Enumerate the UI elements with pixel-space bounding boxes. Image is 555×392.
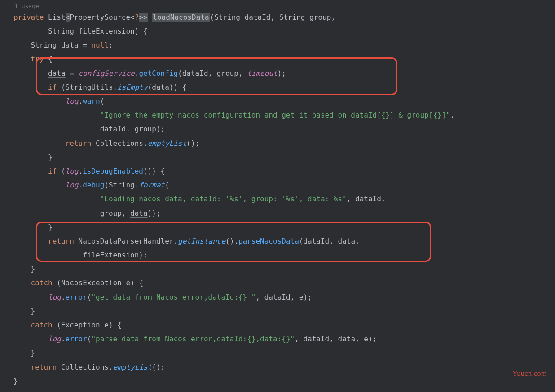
code-line: return Collections.emptyList(); <box>0 136 555 150</box>
code-line: } <box>0 262 555 276</box>
code-line: } <box>0 374 555 388</box>
type-propertysource: PropertySource <box>70 13 130 22</box>
code-line: log.error("get data from Nacos error,dat… <box>0 290 555 304</box>
code-line: log.error("parse data from Nacos error,d… <box>0 332 555 346</box>
code-line: catch (Exception e) { <box>0 318 555 332</box>
code-line: } <box>0 220 555 234</box>
code-line: String fileExtension) { <box>0 24 555 38</box>
code-line: fileExtension); <box>0 248 555 262</box>
code-line: if (log.isDebugEnabled()) { <box>0 164 555 178</box>
call-format: format <box>139 181 165 189</box>
usage-hint[interactable]: 1 usage <box>0 3 555 10</box>
code-line: } <box>0 304 555 318</box>
string-literal: "Ignore the empty nacos configuration an… <box>100 111 450 119</box>
type-list: List <box>48 13 66 22</box>
code-line: String data = null; <box>0 38 555 52</box>
field-configservice: configService <box>79 69 135 78</box>
code-line: try { <box>0 52 555 66</box>
code-line: log.warn( <box>0 94 555 108</box>
call-getinstance: getInstance <box>178 237 225 245</box>
field-timeout: timeout <box>247 69 277 78</box>
call-isempty: isEmpty <box>117 83 147 91</box>
code-line: private List<PropertySource<?>> loadNaco… <box>0 10 555 24</box>
field-log: log <box>66 97 79 105</box>
code-line: data = configService.getConfig(dataId, g… <box>0 66 555 80</box>
call-debug: debug <box>83 181 104 189</box>
string-literal: "get data from Nacos error,dataId:{} " <box>91 293 255 301</box>
string-literal: "Loading nacos data, dataId: '%s', group… <box>100 195 347 203</box>
code-line: dataId, group); <box>0 122 555 136</box>
call-emptylist: emptyList <box>148 139 187 148</box>
call-warn: warn <box>83 97 100 105</box>
method-name: loadNacosData <box>152 13 210 22</box>
call-getconfig: getConfig <box>139 69 178 78</box>
call-parsenacosdata: parseNacosData <box>238 237 299 245</box>
string-literal: "parse data from Nacos error,dataId:{},d… <box>91 335 295 343</box>
code-line: log.debug(String.format( <box>0 178 555 192</box>
code-line: "Ignore the empty nacos configuration an… <box>0 108 555 122</box>
code-line: "Loading nacos data, dataId: '%s', group… <box>0 192 555 206</box>
code-line: } <box>0 150 555 164</box>
call-isdebugenabled: isDebugEnabled <box>83 167 143 175</box>
code-line: return NacosDataParserHandler.getInstanc… <box>0 234 555 248</box>
code-line: if (StringUtils.isEmpty(data)) { <box>0 80 555 94</box>
call-error: error <box>66 293 87 301</box>
code-line: return Collections.emptyList(); <box>0 360 555 374</box>
code-line: } <box>0 346 555 360</box>
watermark: Yuucn.com <box>512 366 547 380</box>
code-line: group, data)); <box>0 206 555 220</box>
code-line: catch (NacosException e) { <box>0 276 555 290</box>
code-editor[interactable]: 1 usage private List<PropertySource<?>> … <box>0 0 555 388</box>
keyword-private: private <box>13 13 44 22</box>
